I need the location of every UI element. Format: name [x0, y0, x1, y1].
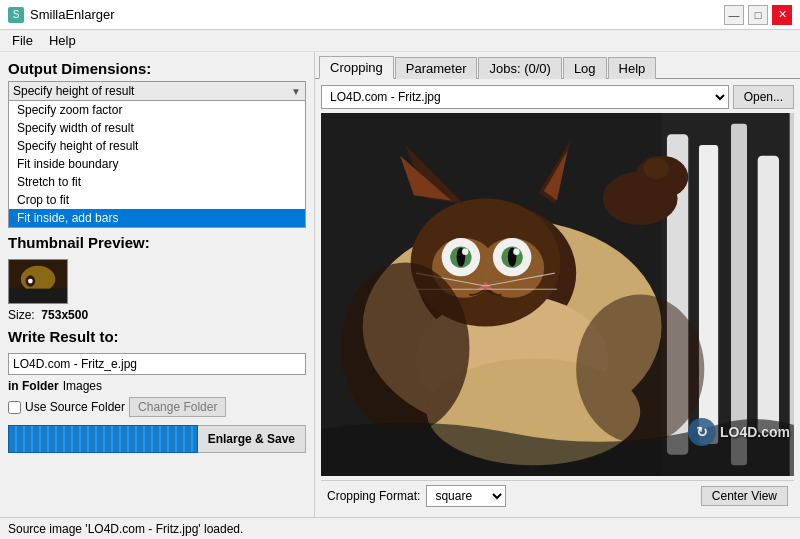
tab-jobs[interactable]: Jobs: (0/0): [478, 57, 561, 79]
tab-cropping[interactable]: Cropping: [319, 56, 394, 79]
maximize-button[interactable]: □: [748, 5, 768, 25]
close-button[interactable]: ✕: [772, 5, 792, 25]
window-title: SmillaEnlarger: [30, 7, 115, 22]
size-label: Size: 753x500: [8, 308, 306, 322]
output-dimensions-section: Output Dimensions: Specify height of res…: [8, 60, 306, 228]
list-item-5[interactable]: Crop to fit: [9, 191, 305, 209]
list-item-4[interactable]: Stretch to fit: [9, 173, 305, 191]
watermark-icon: ↻: [688, 418, 716, 446]
cropping-format-label: Cropping Format:: [327, 489, 420, 503]
dropdown-header[interactable]: Specify height of result ▼: [9, 82, 305, 101]
folder-label: in Folder: [8, 379, 59, 393]
tab-parameter[interactable]: Parameter: [395, 57, 478, 79]
thumbnail-box: [8, 259, 68, 304]
watermark-text: LO4D.com: [720, 424, 790, 440]
app-icon: S: [8, 7, 24, 23]
use-source-folder-checkbox[interactable]: [8, 401, 21, 414]
folder-name: Images: [63, 379, 102, 393]
cropping-format-select[interactable]: square: [426, 485, 506, 507]
file-dropdown[interactable]: LO4D.com - Fritz.jpg: [321, 85, 729, 109]
left-panel: Output Dimensions: Specify height of res…: [0, 52, 315, 517]
menu-bar: File Help: [0, 30, 800, 52]
filename-input[interactable]: [8, 353, 306, 375]
change-folder-button[interactable]: Change Folder: [129, 397, 226, 417]
list-item-3[interactable]: Fit inside boundary: [9, 155, 305, 173]
cropping-format-row: Cropping Format: square: [327, 485, 506, 507]
status-text: Source image 'LO4D.com - Fritz.jpg' load…: [8, 522, 243, 536]
bottom-row: Cropping Format: square Center View: [321, 480, 794, 511]
menu-help[interactable]: Help: [41, 31, 84, 50]
svg-rect-12: [790, 113, 794, 476]
right-panel: Cropping Parameter Jobs: (0/0) Log Help …: [315, 52, 800, 517]
list-item-0[interactable]: Specify zoom factor: [9, 101, 305, 119]
output-dimensions-title: Output Dimensions:: [8, 60, 306, 77]
minimize-button[interactable]: —: [724, 5, 744, 25]
title-bar: S SmillaEnlarger — □ ✕: [0, 0, 800, 30]
progress-bar: [8, 425, 198, 453]
tab-log[interactable]: Log: [563, 57, 607, 79]
list-item-1[interactable]: Specify width of result: [9, 119, 305, 137]
write-result-section: Write Result to: in Folder Images Use So…: [8, 328, 306, 417]
image-preview: ↻ LO4D.com: [321, 113, 794, 476]
svg-point-29: [462, 249, 468, 255]
watermark: ↻ LO4D.com: [688, 418, 790, 446]
dropdown-arrow-icon: ▼: [291, 86, 301, 97]
content-area: LO4D.com - Fritz.jpg Open...: [315, 79, 800, 517]
list-item-2[interactable]: Specify height of result: [9, 137, 305, 155]
file-row: LO4D.com - Fritz.jpg Open...: [321, 85, 794, 109]
enlarge-row: Enlarge & Save: [8, 425, 306, 453]
dropdown-list-items: Specify zoom factor Specify width of res…: [9, 101, 305, 227]
list-item-6[interactable]: Fit inside, add bars: [9, 209, 305, 227]
tabs-row: Cropping Parameter Jobs: (0/0) Log Help: [315, 52, 800, 79]
write-result-title: Write Result to:: [8, 328, 306, 345]
title-controls: — □ ✕: [724, 5, 792, 25]
dimensions-dropdown[interactable]: Specify height of result ▼ Specify zoom …: [8, 81, 306, 228]
thumbnail-section: Thumbnail Preview: Size: 753x500: [8, 234, 306, 322]
size-value: 753x500: [41, 308, 88, 322]
svg-rect-11: [758, 156, 779, 434]
center-view-button[interactable]: Center View: [701, 486, 788, 506]
status-bar: Source image 'LO4D.com - Fritz.jpg' load…: [0, 517, 800, 539]
svg-point-41: [576, 295, 704, 444]
svg-point-40: [341, 262, 469, 433]
svg-point-30: [513, 249, 519, 255]
svg-point-38: [643, 158, 669, 179]
dropdown-header-text: Specify height of result: [13, 84, 134, 98]
open-button[interactable]: Open...: [733, 85, 794, 109]
title-bar-left: S SmillaEnlarger: [8, 7, 115, 23]
svg-rect-10: [731, 124, 747, 466]
menu-file[interactable]: File: [4, 31, 41, 50]
use-source-folder-row: Use Source Folder Change Folder: [8, 397, 306, 417]
use-source-folder-label: Use Source Folder: [25, 400, 125, 414]
tab-help[interactable]: Help: [608, 57, 657, 79]
enlarge-save-button[interactable]: Enlarge & Save: [198, 425, 306, 453]
svg-rect-9: [699, 145, 718, 444]
svg-point-3: [28, 279, 33, 284]
thumbnail-title: Thumbnail Preview:: [8, 234, 306, 251]
main-layout: Output Dimensions: Specify height of res…: [0, 52, 800, 517]
folder-row: in Folder Images: [8, 379, 306, 393]
svg-rect-4: [9, 289, 66, 303]
